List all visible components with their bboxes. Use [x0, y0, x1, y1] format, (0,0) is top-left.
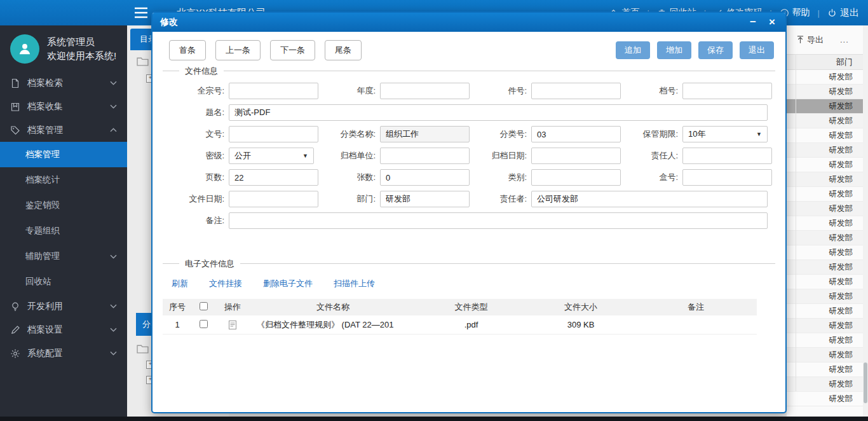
export-button[interactable]: 导出: [797, 34, 824, 46]
action-button-0[interactable]: 追加: [616, 41, 650, 59]
table-row[interactable]: 研发部: [787, 114, 863, 128]
select-value: 10年: [688, 128, 705, 140]
table-row[interactable]: 研发部: [787, 143, 863, 158]
action-button-1[interactable]: 增加: [657, 41, 691, 59]
input-field[interactable]: [531, 83, 621, 99]
table-row[interactable]: 研发部: [787, 99, 863, 114]
table-row[interactable]: 研发部: [787, 392, 863, 406]
field-label: 责任者:: [465, 193, 531, 205]
table-row[interactable]: 研发部: [787, 260, 863, 275]
pdf-file-icon[interactable]: [227, 320, 238, 330]
sidebar-item-10[interactable]: 档案设置: [0, 318, 127, 342]
table-row[interactable]: 研发部: [787, 231, 863, 245]
efile-link-2[interactable]: 删除电子文件: [263, 278, 313, 289]
input-field[interactable]: [380, 126, 470, 142]
efile-link-3[interactable]: 扫描件上传: [334, 278, 375, 289]
minimize-icon[interactable]: −: [745, 16, 761, 29]
sidebar-item-2[interactable]: 档案管理: [0, 118, 127, 142]
sidebar-subitem-4[interactable]: 档案统计: [0, 167, 127, 193]
table-row[interactable]: 研发部: [787, 304, 863, 319]
sidebar-subitem-6[interactable]: 专题组织: [0, 218, 127, 244]
menu-label: 档案设置: [27, 324, 110, 336]
efile-link-1[interactable]: 文件挂接: [209, 278, 242, 289]
record-nav-button-2[interactable]: 下一条: [270, 40, 315, 60]
select-all-checkbox[interactable]: [200, 302, 208, 310]
efile-link-0[interactable]: 刷新: [172, 278, 188, 289]
dept-column-header[interactable]: 部门: [787, 54, 863, 70]
input-field[interactable]: [380, 83, 470, 99]
field-label: 档号:: [616, 85, 682, 97]
sidebar-item-0[interactable]: 档案检索: [0, 71, 127, 95]
input-field[interactable]: [229, 191, 318, 207]
input-field[interactable]: [531, 191, 768, 207]
action-button-3[interactable]: 退出: [740, 41, 774, 59]
table-row[interactable]: 研发部: [787, 319, 863, 333]
scrollbar-thumb[interactable]: [864, 362, 867, 403]
table-row[interactable]: 研发部: [787, 275, 863, 289]
sidebar-subitem-5[interactable]: 鉴定销毁: [0, 193, 127, 218]
table-row[interactable]: 研发部: [787, 187, 863, 202]
sidebar-subitem-7[interactable]: 辅助管理: [0, 244, 127, 269]
record-nav-buttons: 首条上一条下一条尾条: [169, 40, 362, 60]
hamburger-menu-icon[interactable]: [134, 7, 148, 18]
input-field[interactable]: [682, 169, 772, 186]
close-icon[interactable]: ×: [764, 16, 780, 29]
form-field: 归档单位:: [314, 148, 465, 164]
form-field: 文件日期:: [163, 191, 314, 207]
efile-table-body: 1《归档文件整理规则》 (DAT 22—201.pdf309 KB: [163, 315, 757, 335]
input-field[interactable]: [229, 83, 318, 99]
table-row[interactable]: 研发部: [787, 216, 863, 231]
sidebar-subitem-3[interactable]: 档案管理: [0, 142, 127, 167]
table-row[interactable]: 研发部: [787, 128, 863, 143]
input-field[interactable]: [380, 148, 470, 164]
sidebar-item-11[interactable]: 系统配置: [0, 342, 127, 365]
efile-cell-type: .pdf: [416, 315, 527, 335]
table-row[interactable]: 研发部: [787, 362, 863, 377]
table-row[interactable]: 研发部: [787, 245, 863, 260]
sidebar-subitem-8[interactable]: 回收站: [0, 269, 127, 294]
input-field[interactable]: [682, 148, 772, 164]
vertical-scrollbar[interactable]: [863, 25, 868, 417]
table-row[interactable]: 研发部: [787, 348, 863, 362]
table-row[interactable]: 研发部: [787, 172, 863, 187]
sidebar-item-9[interactable]: 开发利用: [0, 294, 127, 318]
input-field[interactable]: [682, 83, 772, 99]
select-field[interactable]: 公开▼: [229, 148, 314, 164]
input-field[interactable]: [380, 169, 470, 186]
table-row[interactable]: 研发部: [787, 333, 863, 348]
efile-actions: 刷新文件挂接删除电子文件扫描件上传: [172, 278, 785, 289]
record-nav-button-0[interactable]: 首条: [169, 40, 206, 60]
input-field[interactable]: [531, 148, 621, 164]
input-field[interactable]: [229, 126, 318, 142]
row-checkbox[interactable]: [200, 320, 208, 328]
dialog-header[interactable]: 修改 − ×: [153, 13, 785, 32]
table-row[interactable]: 研发部: [787, 377, 863, 392]
table-row[interactable]: 研发部: [787, 202, 863, 216]
table-row[interactable]: 研发部: [787, 289, 863, 304]
table-row[interactable]: 研发部: [787, 158, 863, 172]
efile-col-0: 序号: [163, 299, 192, 315]
chevron-down-icon: [110, 328, 117, 332]
table-row[interactable]: 研发部: [787, 85, 863, 99]
input-field[interactable]: [229, 104, 768, 121]
form-field: 备注:: [163, 212, 768, 229]
form-row: 全宗号:年度:件号:档号:: [163, 83, 785, 99]
input-field[interactable]: [380, 191, 470, 207]
table-toolbar: 导出 ...: [787, 25, 863, 54]
table-row[interactable]: 研发部: [787, 70, 863, 85]
input-field[interactable]: [531, 126, 621, 142]
field-label: 文件日期:: [163, 193, 229, 205]
nav-power[interactable]: 退出: [827, 7, 859, 19]
record-nav-button-1[interactable]: 上一条: [215, 40, 261, 60]
efile-col-5: 文件大小: [527, 299, 635, 315]
more-button[interactable]: ...: [840, 35, 849, 45]
input-field[interactable]: [229, 169, 318, 186]
select-field[interactable]: 10年▼: [682, 126, 768, 142]
input-field[interactable]: [531, 169, 621, 186]
input-field[interactable]: [229, 212, 768, 229]
sidebar-item-1[interactable]: 档案收集: [0, 95, 127, 118]
efile-row[interactable]: 1《归档文件整理规则》 (DAT 22—201.pdf309 KB: [163, 315, 757, 335]
record-nav-button-3[interactable]: 尾条: [325, 40, 362, 60]
efile-col-4: 文件类型: [416, 299, 527, 315]
action-button-2[interactable]: 保存: [698, 41, 733, 59]
